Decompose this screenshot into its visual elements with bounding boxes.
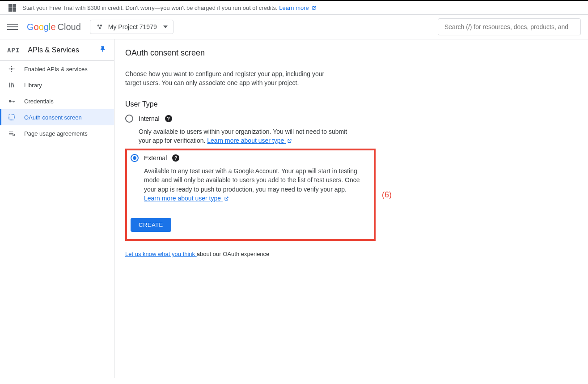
hamburger-menu-button[interactable] xyxy=(7,21,18,32)
external-learn-more-link[interactable]: Learn more about user type xyxy=(144,195,229,202)
trial-learn-more-label: Learn more xyxy=(279,4,309,11)
project-name: My Project 71979 xyxy=(108,23,157,30)
sidebar-item-library[interactable]: Library xyxy=(0,77,114,93)
consent-screen-icon xyxy=(7,114,16,121)
highlight-annotation-box: External ? Available to any test user wi… xyxy=(125,149,376,241)
radio-external-label: External xyxy=(144,154,167,162)
sidebar-item-label: Enabled APIs & services xyxy=(24,66,88,73)
sidebar-item-label: Library xyxy=(24,82,42,89)
user-type-heading: User Type xyxy=(125,100,506,108)
library-icon xyxy=(7,81,16,89)
feedback-link[interactable]: Let us know what you think xyxy=(125,251,197,257)
feedback-link-label: Let us know what you think xyxy=(125,251,195,257)
internal-description: Only available to users within your orga… xyxy=(139,127,358,145)
radio-option-external: External ? Available to any test user wi… xyxy=(131,154,370,203)
radio-internal[interactable] xyxy=(125,115,133,123)
svg-rect-5 xyxy=(13,101,13,102)
search-box xyxy=(438,18,581,35)
gift-icon xyxy=(8,4,16,12)
trial-banner: Start your Free Trial with $300 in credi… xyxy=(0,1,588,15)
main-content: OAuth consent screen Choose how you want… xyxy=(114,39,517,378)
internal-learn-more-label: Learn more about user type xyxy=(207,137,284,144)
sidebar-item-enabled-apis[interactable]: Enabled APIs & services xyxy=(0,61,114,77)
external-link-icon xyxy=(224,196,229,201)
svg-point-1 xyxy=(100,25,102,27)
svg-rect-4 xyxy=(11,101,14,101)
feedback-suffix: about our OAuth experience xyxy=(197,251,270,257)
annotation-number: (6) xyxy=(382,190,392,200)
internal-learn-more-link[interactable]: Learn more about user type xyxy=(207,137,292,144)
sidebar-header: API APIs & Services xyxy=(0,39,114,61)
search-input[interactable] xyxy=(438,18,581,35)
svg-point-3 xyxy=(9,100,11,102)
sidebar-section-title: APIs & Services xyxy=(28,46,92,54)
sidebar-item-credentials[interactable]: Credentials xyxy=(0,93,114,109)
radio-external[interactable] xyxy=(131,154,139,162)
google-wordmark: Google xyxy=(27,22,56,32)
project-selector[interactable]: My Project 71979 xyxy=(90,20,173,34)
sidebar-item-oauth-consent[interactable]: OAuth consent screen xyxy=(0,109,114,125)
help-icon[interactable]: ? xyxy=(172,154,179,162)
sidebar: API APIs & Services Enabled APIs & servi… xyxy=(0,39,114,378)
sidebar-item-label: Credentials xyxy=(24,98,54,105)
cloud-label: Cloud xyxy=(58,22,81,32)
external-learn-more-label: Learn more about user type xyxy=(144,195,221,202)
radio-internal-label: Internal xyxy=(139,115,160,122)
chevron-down-icon xyxy=(163,26,168,28)
svg-rect-6 xyxy=(14,101,14,102)
header: Google Cloud My Project 71979 xyxy=(0,15,588,39)
svg-point-8 xyxy=(13,134,15,136)
feedback-line: Let us know what you think about our OAu… xyxy=(125,251,506,257)
external-link-icon xyxy=(311,5,317,11)
api-square-icon xyxy=(7,65,16,73)
project-scope-icon xyxy=(96,23,104,31)
radio-option-internal: Internal ? Only available to users withi… xyxy=(125,115,506,145)
help-icon[interactable]: ? xyxy=(165,115,172,122)
create-button[interactable]: CREATE xyxy=(131,218,171,232)
sidebar-item-page-usage[interactable]: Page usage agreements xyxy=(0,125,114,141)
pin-icon[interactable] xyxy=(100,46,107,54)
svg-rect-7 xyxy=(9,115,14,120)
api-badge: API xyxy=(7,47,20,54)
agreement-icon xyxy=(7,130,16,137)
svg-point-2 xyxy=(99,27,101,30)
external-desc-text: Available to any test user with a Google… xyxy=(144,167,360,193)
key-icon xyxy=(7,98,16,105)
trial-text: Start your Free Trial with $300 in credi… xyxy=(22,4,279,11)
trial-text-wrap: Start your Free Trial with $300 in credi… xyxy=(22,4,317,11)
intro-text: Choose how you want to configure and reg… xyxy=(125,69,340,88)
trial-learn-more-link[interactable]: Learn more xyxy=(279,4,317,11)
page-title: OAuth consent screen xyxy=(125,48,506,58)
external-link-icon xyxy=(287,138,292,144)
sidebar-item-label: Page usage agreements xyxy=(24,130,88,137)
sidebar-item-label: OAuth consent screen xyxy=(24,114,82,121)
external-description: Available to any test user with a Google… xyxy=(144,166,363,203)
google-cloud-logo[interactable]: Google Cloud xyxy=(27,22,81,32)
svg-point-0 xyxy=(97,25,100,27)
